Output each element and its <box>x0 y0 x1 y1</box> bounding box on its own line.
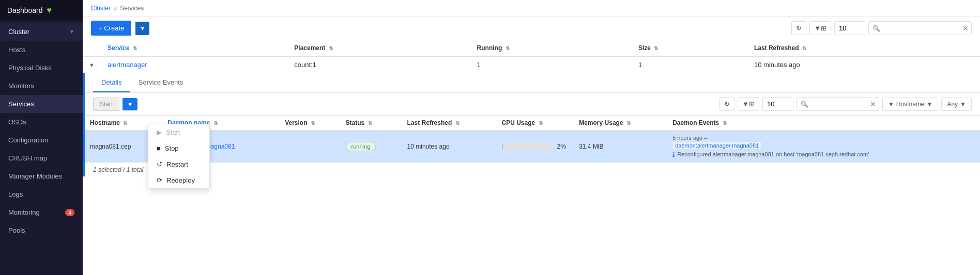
monitors-label: Monitors <box>8 82 34 90</box>
col-service[interactable]: Service ⇅ <box>101 40 288 56</box>
redeploy-label: Redeploy <box>166 176 195 184</box>
sidebar-item-manager-modules[interactable]: Manager Modules <box>0 167 83 185</box>
inner-last-refreshed-cell: 10 minutes ago <box>402 131 497 163</box>
daemon-events-sort-icon: ⇅ <box>723 120 727 126</box>
row-expand-icon[interactable]: ▼ <box>89 62 95 68</box>
inner-status-cell: running <box>341 131 402 163</box>
search-clear-button[interactable]: ✕ <box>962 24 969 33</box>
physical-disks-label: Physical Disks <box>8 64 52 72</box>
inner-table-row[interactable]: magna081.cep alertmanager.magna081 runni… <box>85 131 980 163</box>
sidebar-item-crush-map[interactable]: CRUSH map <box>0 149 83 167</box>
start-button: Start <box>93 98 119 111</box>
services-table: Service ⇅ Placement ⇅ Running ⇅ Size ⇅ <box>83 40 980 73</box>
per-page-input[interactable] <box>834 21 865 35</box>
info-icon: ℹ <box>672 151 675 158</box>
search-icon: 🔍 <box>872 25 880 32</box>
services-table-body: ▼ alertmanager count:1 1 1 10 minutes ag… <box>83 56 980 73</box>
inner-col-version-label: Version <box>285 119 307 126</box>
placement-cell: count:1 <box>288 56 470 73</box>
daemon-events-content: 5 hours ago – daemon:alertmanager.magna0… <box>672 135 975 158</box>
table-row[interactable]: ▼ alertmanager count:1 1 1 10 minutes ag… <box>83 56 980 73</box>
services-table-element: Service ⇅ Placement ⇅ Running ⇅ Size ⇅ <box>83 40 980 73</box>
create-button[interactable]: + Create <box>91 21 131 36</box>
breadcrumb-cluster[interactable]: Cluster <box>91 5 111 12</box>
inner-refresh-icon: ↻ <box>724 100 730 108</box>
sidebar-item-physical-disks[interactable]: Physical Disks <box>0 59 83 77</box>
inner-cpu-cell: 2% <box>497 131 574 163</box>
any-filter-button[interactable]: Any ▼ <box>941 98 972 111</box>
inner-per-page-input[interactable] <box>762 97 793 111</box>
running-cell: 1 <box>471 56 632 73</box>
dashboard-label: Dashboard <box>7 6 43 14</box>
hosts-label: Hosts <box>8 46 25 54</box>
col-placement[interactable]: Placement ⇅ <box>288 40 470 56</box>
inner-col-daemon-events[interactable]: Daemon Events ⇅ <box>667 116 980 131</box>
search-input[interactable] <box>868 21 972 35</box>
any-chevron-icon: ▼ <box>960 101 966 108</box>
dropdown-item-redeploy[interactable]: ⟳ Redeploy <box>148 172 209 188</box>
sidebar-item-osds[interactable]: OSDs <box>0 113 83 131</box>
status-badge: running <box>346 142 376 151</box>
restart-label: Restart <box>166 160 188 168</box>
sidebar-item-logs[interactable]: Logs <box>0 185 83 203</box>
col-placement-label: Placement <box>294 44 325 52</box>
memory-sort-icon: ⇅ <box>626 120 631 126</box>
inner-columns-button[interactable]: ▼⊞ <box>738 97 759 111</box>
inner-col-last-refreshed[interactable]: Last Refreshed ⇅ <box>402 116 497 131</box>
sidebar-item-cluster[interactable]: Cluster ▼ <box>0 23 83 41</box>
sidebar-item-configuration[interactable]: Configuration <box>0 131 83 149</box>
status-sort-icon: ⇅ <box>368 120 372 126</box>
inner-memory-cell: 31.4 MiB <box>574 131 667 163</box>
hostname-value: magna081.cep <box>90 143 131 150</box>
inner-search-clear-button[interactable]: ✕ <box>870 100 876 108</box>
daemon-events-link[interactable]: daemon:alertmanager.magna081 <box>672 142 761 149</box>
selected-count: 1 selected / 1 total <box>85 163 980 176</box>
inner-search-input[interactable] <box>797 97 879 111</box>
inner-columns-icon: ▼⊞ <box>742 100 755 108</box>
action-dropdown-menu: ▶ Start ■ Stop ↺ Restart ⟳ Redeploy <box>148 124 210 189</box>
logs-label: Logs <box>8 190 23 198</box>
inner-toolbar-right: ↻ ▼⊞ 🔍 ✕ ▼ Hostname ▼ Any ▼ <box>719 97 972 111</box>
inner-col-version[interactable]: Version ⇅ <box>280 116 340 131</box>
tab-service-events[interactable]: Service Events <box>130 73 192 92</box>
expand-col <box>83 40 101 56</box>
sidebar-item-monitors[interactable]: Monitors <box>0 77 83 95</box>
columns-button[interactable]: ▼⊞ <box>809 21 831 35</box>
sidebar-item-hosts[interactable]: Hosts <box>0 41 83 59</box>
inner-search-wrapper: 🔍 ✕ <box>797 97 879 111</box>
chevron-filter-icon: ▼ <box>927 101 933 108</box>
col-size[interactable]: Size ⇅ <box>632 40 748 56</box>
any-filter-label: Any <box>947 101 958 108</box>
sidebar-item-monitoring[interactable]: Monitoring 4 <box>0 203 83 221</box>
service-name-link[interactable]: alertmanager <box>108 61 282 69</box>
start-dropdown-arrow[interactable]: ▼ <box>122 98 137 110</box>
cpu-sort-icon: ⇅ <box>539 120 543 126</box>
sidebar-header: Dashboard ♥ <box>0 0 83 21</box>
create-dropdown-arrow[interactable]: ▼ <box>135 22 149 35</box>
inner-col-status-label: Status <box>346 119 365 126</box>
col-last-refreshed[interactable]: Last Refreshed ⇅ <box>748 40 980 56</box>
inner-col-status[interactable]: Status ⇅ <box>341 116 402 131</box>
monitoring-badge: 4 <box>65 209 74 216</box>
inner-refresh-button[interactable]: ↻ <box>719 97 734 111</box>
hostname-filter-button[interactable]: ▼ Hostname ▼ <box>882 98 938 111</box>
start-label: Start <box>166 128 180 136</box>
sidebar-item-services[interactable]: Services <box>0 95 83 113</box>
sidebar-item-pools[interactable]: Pools <box>0 221 83 239</box>
tab-details[interactable]: Details <box>93 73 130 92</box>
dropdown-item-stop[interactable]: ■ Stop <box>148 140 209 156</box>
inner-col-hostname-label: Hostname <box>90 119 120 126</box>
refresh-button[interactable]: ↻ <box>791 21 806 35</box>
inner-col-cpu-usage[interactable]: CPU Usage ⇅ <box>497 116 574 131</box>
col-running[interactable]: Running ⇅ <box>471 40 632 56</box>
inner-col-memory-usage[interactable]: Memory Usage ⇅ <box>574 116 667 131</box>
inner-table-body: magna081.cep alertmanager.magna081 runni… <box>85 131 980 163</box>
last-refreshed-sort-icon: ⇅ <box>802 45 806 51</box>
inner-table-header: Hostname ⇅ Daemon name ⇅ Version ⇅ Sta <box>85 116 980 131</box>
start-icon: ▶ <box>157 128 162 136</box>
dropdown-item-restart[interactable]: ↺ Restart <box>148 156 209 172</box>
inner-toolbar: Start ▼ ↻ ▼⊞ 🔍 ✕ ▼ Hostname ▼ <box>85 93 980 116</box>
cpu-bar <box>502 143 552 150</box>
breadcrumb: Cluster » Services <box>83 0 980 17</box>
breadcrumb-current: Services <box>120 5 144 12</box>
